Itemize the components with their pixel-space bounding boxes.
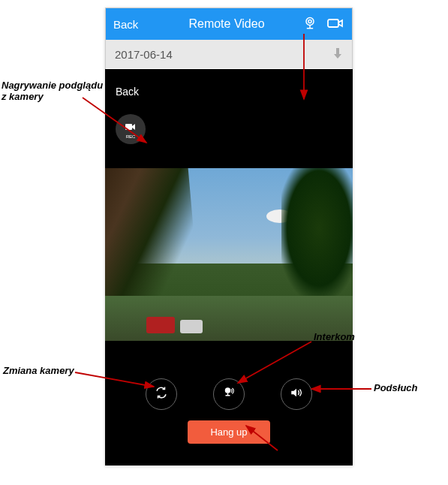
svg-rect-2 (328, 20, 338, 27)
record-button[interactable]: REC (116, 114, 146, 144)
rec-area: REC (105, 114, 353, 168)
rec-label: REC (126, 134, 136, 139)
spacer (105, 341, 353, 368)
live-view-overlay: Back REC (105, 69, 353, 465)
camcorder-icon (125, 120, 136, 134)
switch-camera-button[interactable] (146, 378, 177, 410)
page-title: Remote Video (151, 17, 302, 31)
preview-image (180, 320, 203, 333)
annotation-rec: Nagrywanie podglądu z kamery (2, 80, 103, 102)
annotation-switch: Zmiana kamery (3, 365, 74, 376)
control-row (105, 368, 353, 420)
intercom-button[interactable] (213, 378, 245, 410)
date-bar: 2017-06-14 (106, 40, 352, 68)
listen-button[interactable] (281, 378, 312, 410)
overlay-top-bar: Back (105, 69, 353, 114)
date-text: 2017-06-14 (115, 48, 173, 61)
video-camera-icon[interactable] (326, 16, 344, 33)
svg-rect-3 (336, 48, 339, 54)
mic-icon (222, 386, 236, 402)
video-preview (105, 168, 353, 341)
app-header: Back Remote Video (106, 8, 352, 40)
speaker-icon (290, 386, 303, 402)
header-back-button[interactable]: Back (113, 18, 151, 31)
preview-image (281, 168, 353, 296)
hangup-row: Hang up (105, 420, 353, 465)
svg-point-5 (225, 387, 231, 393)
svg-point-1 (308, 20, 311, 23)
webcam-icon[interactable] (302, 16, 317, 33)
switch-icon (155, 386, 168, 402)
annotation-intercom: Interkom (314, 331, 355, 342)
overlay-back-button[interactable]: Back (116, 86, 139, 98)
dropdown-arrow-icon[interactable] (332, 47, 343, 62)
annotation-end: Zakończenie (255, 452, 314, 463)
hangup-button[interactable]: Hang up (188, 420, 269, 444)
annotation-listen: Podsłuch (374, 382, 418, 393)
header-icon-group (302, 16, 344, 33)
svg-rect-4 (125, 124, 132, 130)
svg-point-0 (306, 17, 314, 25)
preview-image (146, 317, 175, 333)
